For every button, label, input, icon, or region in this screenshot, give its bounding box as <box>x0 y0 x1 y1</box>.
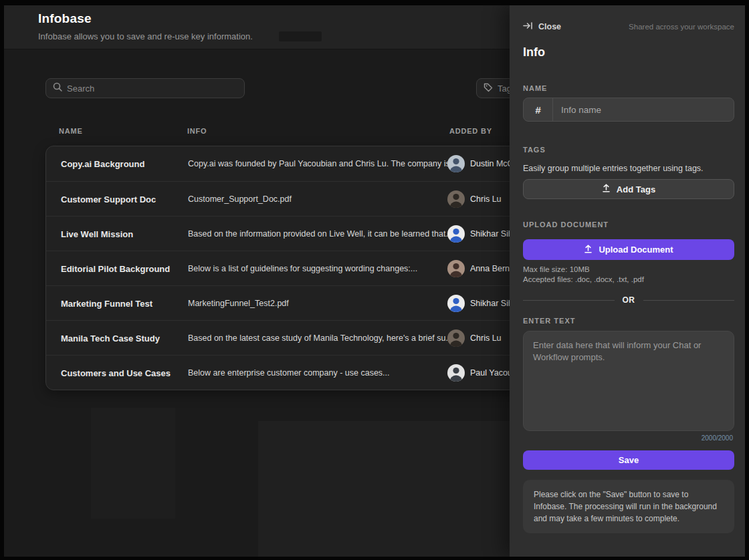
row-name: Marketing Funnel Test <box>61 298 152 308</box>
added-by-name: Chris Lu <box>470 194 502 204</box>
save-label: Save <box>619 455 639 465</box>
row-info: Based on the latest case study of Manila… <box>188 333 453 343</box>
row-name: Customer Support Doc <box>61 194 156 204</box>
panel-title: Info <box>523 45 545 59</box>
row-added-by: Shikhar Sih <box>447 295 513 312</box>
added-by-name: Chris Lu <box>470 333 502 343</box>
column-header-name: NAME <box>59 127 83 135</box>
info-name-field[interactable]: # <box>523 98 734 122</box>
panel-content: Close Shared across your workspace Info … <box>523 5 734 557</box>
row-name: Copy.ai Background <box>61 159 144 169</box>
accepted-files-hint: Accepted files: .doc, .docx, .txt, .pdf <box>523 275 644 283</box>
hash-prefix: # <box>524 98 553 121</box>
screen: Infobase Infobase allows you to save and… <box>0 0 749 560</box>
or-divider: OR <box>523 295 734 305</box>
hash-icon: # <box>535 104 540 116</box>
infobase-window: Infobase Infobase allows you to save and… <box>4 5 745 557</box>
close-label: Close <box>538 22 561 31</box>
shared-workspace-note: Shared across your workspace <box>629 23 734 31</box>
close-button[interactable]: Close <box>523 21 561 32</box>
added-by-name: Shikhar Sih <box>470 299 513 308</box>
row-name: Editorial Pilot Background <box>61 263 170 273</box>
tag-icon <box>484 83 493 94</box>
avatar <box>447 295 465 312</box>
upload-document-button[interactable]: Upload Document <box>523 239 734 260</box>
row-name: Customers and Use Cases <box>61 368 171 378</box>
row-added-by: Chris Lu <box>447 329 502 347</box>
row-added-by: Shikhar Sih <box>447 225 513 243</box>
redacted-patch <box>279 31 322 41</box>
page-title: Infobase <box>38 11 92 26</box>
max-file-size-hint: Max file size: 10MB <box>523 265 590 273</box>
background-artifact <box>91 408 175 519</box>
enter-text-section-label: ENTER TEXT <box>523 317 575 325</box>
info-name-input[interactable] <box>553 98 734 121</box>
added-by-name: Anna Berns <box>470 264 514 273</box>
avatar <box>447 225 465 243</box>
row-added-by: Chris Lu <box>447 190 502 208</box>
name-section-label: NAME <box>523 84 547 92</box>
row-info: Copy.ai was founded by Paul Yacoubian an… <box>188 159 457 168</box>
added-by-name: Dustin McC <box>470 159 514 168</box>
search-icon <box>53 82 62 94</box>
column-header-added-by: ADDED BY <box>449 127 492 135</box>
added-by-name: Paul Yacou <box>470 368 512 378</box>
save-button[interactable]: Save <box>523 450 734 470</box>
character-counter: 2000/2000 <box>702 434 733 442</box>
avatar <box>447 155 465 172</box>
column-header-info: INFO <box>187 127 207 135</box>
row-info: MarketingFunnel_Test2.pdf <box>188 299 289 308</box>
add-tags-label: Add Tags <box>617 184 655 194</box>
row-name: Live Well Mission <box>61 229 133 239</box>
tags-section-label: TAGS <box>523 146 546 154</box>
search-input[interactable] <box>67 84 237 94</box>
close-panel-icon <box>523 21 533 32</box>
upload-icon <box>602 184 611 194</box>
row-name: Manila Tech Case Study <box>61 333 160 343</box>
divider-line <box>643 300 735 301</box>
upload-section-label: UPLOAD DOCUMENT <box>523 221 609 229</box>
avatar <box>447 329 465 347</box>
entry-textarea[interactable] <box>523 331 734 431</box>
divider-line <box>523 300 615 301</box>
row-info: Below are enterprise customer company - … <box>188 368 390 378</box>
row-added-by: Anna Berns <box>447 260 514 277</box>
search-box[interactable] <box>45 78 245 98</box>
save-note: Please click on the "Save" button to sav… <box>523 480 734 533</box>
row-info: Customer_Support_Doc.pdf <box>188 194 292 204</box>
avatar <box>447 190 465 208</box>
avatar <box>447 260 465 277</box>
added-by-name: Shikhar Sih <box>470 229 513 239</box>
row-added-by: Paul Yacou <box>447 364 512 382</box>
add-tags-button[interactable]: Add Tags <box>523 179 734 199</box>
upload-document-label: Upload Document <box>599 245 673 255</box>
upload-icon <box>584 245 593 255</box>
row-added-by: Dustin McC <box>447 155 514 172</box>
tags-description: Easily group multiple entries together u… <box>523 164 704 173</box>
or-label: OR <box>623 295 635 305</box>
avatar <box>447 364 465 382</box>
background-artifact <box>258 421 518 557</box>
row-info: Below is a list of guidelines for sugges… <box>188 264 417 273</box>
row-info: Based on the information provided on Liv… <box>188 229 453 239</box>
info-side-panel: Close Shared across your workspace Info … <box>510 5 745 557</box>
page-subtitle: Infobase allows you to save and re-use k… <box>38 31 253 41</box>
